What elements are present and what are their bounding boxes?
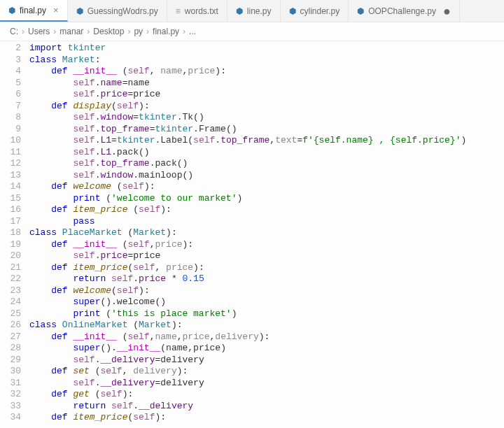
line-number: 20 <box>0 250 21 262</box>
code-line[interactable]: def get (self): <box>29 389 466 401</box>
code-line[interactable]: class Market: <box>29 55 466 66</box>
chevron-right-icon: › <box>22 27 24 36</box>
tab-label: final.py <box>20 6 46 15</box>
breadcrumb-segment[interactable]: manar <box>59 27 83 36</box>
code-line[interactable]: def item_price (self): <box>29 204 466 216</box>
breadcrumb-segment[interactable]: ... <box>189 27 196 36</box>
python-file-icon: ⬢ <box>289 6 296 16</box>
code-line[interactable]: super().__init__(name,price) <box>29 343 466 355</box>
line-number: 25 <box>0 308 21 320</box>
code-line[interactable]: self.window.mainloop() <box>29 170 466 182</box>
tab-final-py[interactable]: ⬢final.py× <box>0 0 68 22</box>
tab-GuessingWodrs-py[interactable]: ⬢GuessingWodrs.py <box>68 0 167 22</box>
python-file-icon: ⬢ <box>236 6 243 16</box>
line-number: 11 <box>0 147 21 159</box>
code-line[interactable]: self.top_frame.pack() <box>29 158 466 170</box>
line-number: 26 <box>0 320 21 331</box>
line-number: 5 <box>0 78 21 90</box>
code-line[interactable]: print ('this is place market') <box>29 308 466 320</box>
line-number: 32 <box>0 389 21 401</box>
line-number: 17 <box>0 216 21 228</box>
code-line[interactable]: return self.price * 0.15 <box>29 273 466 285</box>
line-number: 14 <box>0 181 21 193</box>
code-editor[interactable]: 2345678910111213141516171819202122232425… <box>0 41 504 424</box>
line-number: 23 <box>0 285 21 297</box>
code-line[interactable]: def welcome(self): <box>29 285 466 297</box>
code-line[interactable]: self.price=price <box>29 250 466 262</box>
chevron-right-icon: › <box>127 27 130 36</box>
line-number: 2 <box>0 43 21 55</box>
line-number: 10 <box>0 135 21 147</box>
line-number: 13 <box>0 170 21 182</box>
code-content[interactable]: import tkinterclass Market: def __init__… <box>29 41 466 424</box>
tab-OOPChallenge-py[interactable]: ⬢OOPChallenge.py● <box>349 0 460 22</box>
line-number: 33 <box>0 401 21 413</box>
line-number: 18 <box>0 227 21 239</box>
close-icon[interactable]: × <box>53 5 59 15</box>
tab-label: OOPChallenge.py <box>368 6 436 16</box>
code-line[interactable]: def __init__ (self, name,price): <box>29 66 466 78</box>
tab-bar: ⬢final.py×⬢GuessingWodrs.py≡words.txt⬢li… <box>0 0 504 22</box>
chevron-right-icon: › <box>146 27 149 36</box>
line-number: 34 <box>0 412 21 424</box>
line-number-gutter: 2345678910111213141516171819202122232425… <box>0 41 29 424</box>
line-number: 4 <box>0 66 21 78</box>
code-line[interactable]: self.__delivery=delivery <box>29 355 466 366</box>
tab-cylinder-py[interactable]: ⬢cylinder.py <box>281 0 349 22</box>
line-number: 6 <box>0 89 21 101</box>
line-number: 8 <box>0 112 21 124</box>
code-line[interactable]: import tkinter <box>29 43 466 55</box>
line-number: 12 <box>0 158 21 170</box>
code-line[interactable]: super().welcome() <box>29 297 466 308</box>
python-file-icon: ⬢ <box>76 6 83 16</box>
code-line[interactable]: self.__delivery=delivery <box>29 378 466 390</box>
breadcrumb-segment[interactable]: Users <box>28 27 50 36</box>
dirty-indicator-icon: ● <box>443 5 451 17</box>
code-line[interactable]: class OnlineMarket (Market): <box>29 320 466 331</box>
code-line[interactable]: def item_price(self, price): <box>29 262 466 274</box>
tab-words-txt[interactable]: ≡words.txt <box>167 0 227 22</box>
line-number: 3 <box>0 55 21 66</box>
code-line[interactable]: def __init__ (self,price): <box>29 239 466 251</box>
code-line[interactable]: def item_price(self): <box>29 412 466 424</box>
code-line[interactable]: self.name=name <box>29 78 466 90</box>
line-number: 16 <box>0 204 21 216</box>
tab-label: GuessingWodrs.py <box>88 6 158 16</box>
breadcrumb-segment[interactable]: py <box>134 27 143 36</box>
chevron-right-icon: › <box>53 27 56 36</box>
code-line[interactable]: self.L1.pack() <box>29 147 466 159</box>
code-line[interactable]: self.top_frame=tkinter.Frame() <box>29 124 466 136</box>
tab-label: cylinder.py <box>300 6 340 16</box>
line-number: 27 <box>0 331 21 343</box>
code-line[interactable]: class PlaceMarket (Market): <box>29 227 466 239</box>
code-line[interactable]: def set (self, delivery): <box>29 366 466 378</box>
chevron-right-icon: › <box>183 27 186 36</box>
line-number: 30 <box>0 366 21 378</box>
code-line[interactable]: print ('welcome to our market') <box>29 193 466 205</box>
breadcrumb-segment[interactable]: final.py <box>153 27 179 36</box>
tab-line-py[interactable]: ⬢line.py <box>227 0 281 22</box>
code-line[interactable]: def welcome (self): <box>29 181 466 193</box>
python-file-icon: ⬢ <box>357 6 364 16</box>
code-line[interactable]: self.window=tkinter.Tk() <box>29 112 466 124</box>
code-line[interactable]: self.L1=tkinter.Label(self.top_frame,tex… <box>29 135 466 147</box>
text-file-icon: ≡ <box>176 6 181 16</box>
breadcrumb-segment[interactable]: Desktop <box>93 27 124 36</box>
code-line[interactable]: return self.__delivery <box>29 401 466 413</box>
tab-label: words.txt <box>185 6 218 16</box>
line-number: 9 <box>0 124 21 136</box>
code-line[interactable]: def display(self): <box>29 101 466 113</box>
line-number: 7 <box>0 101 21 113</box>
python-file-icon: ⬢ <box>8 6 15 15</box>
code-line[interactable]: pass <box>29 216 466 228</box>
line-number: 15 <box>0 193 21 205</box>
breadcrumb-segment[interactable]: C: <box>10 27 18 36</box>
code-line[interactable]: self.price=price <box>29 89 466 101</box>
line-number: 29 <box>0 355 21 366</box>
code-line[interactable]: def __init__ (self,name,price,delivery): <box>29 331 466 343</box>
breadcrumb[interactable]: C:›Users›manar›Desktop›py›final.py›... <box>0 22 504 41</box>
line-number: 28 <box>0 343 21 355</box>
line-number: 24 <box>0 297 21 308</box>
line-number: 21 <box>0 262 21 274</box>
line-number: 22 <box>0 273 21 285</box>
